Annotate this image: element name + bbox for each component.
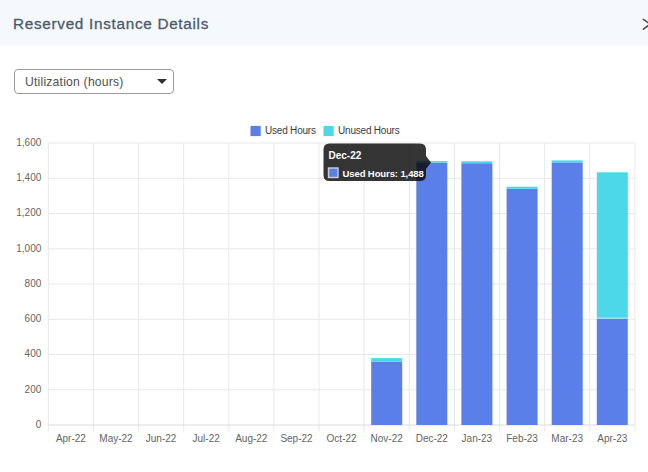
svg-text:May-22: May-22 [99,433,133,444]
svg-text:Jan-23: Jan-23 [462,433,493,444]
svg-text:Used Hours: 1,488: Used Hours: 1,488 [343,168,424,179]
svg-text:1,000: 1,000 [16,243,41,254]
svg-text:400: 400 [25,348,42,359]
svg-text:600: 600 [25,313,42,324]
svg-text:1,400: 1,400 [16,172,41,183]
svg-text:Dec-22: Dec-22 [416,433,449,444]
svg-text:Jun-22: Jun-22 [146,433,177,444]
svg-text:Apr-23: Apr-23 [597,433,627,444]
svg-text:Oct-22: Oct-22 [327,433,357,444]
svg-text:0: 0 [36,419,42,430]
svg-text:Sep-22: Sep-22 [280,433,313,444]
svg-text:1,200: 1,200 [16,207,41,218]
svg-text:Unused Hours: Unused Hours [338,125,400,136]
svg-text:Nov-22: Nov-22 [371,433,404,444]
svg-text:Mar-23: Mar-23 [551,433,583,444]
svg-text:Jul-22: Jul-22 [193,433,221,444]
svg-text:200: 200 [25,384,42,395]
svg-text:1,600: 1,600 [16,137,41,148]
svg-text:Aug-22: Aug-22 [235,433,268,444]
svg-text:800: 800 [25,278,42,289]
svg-text:Feb-23: Feb-23 [506,433,538,444]
svg-text:Used Hours: Used Hours [265,125,316,136]
svg-text:Apr-22: Apr-22 [56,433,86,444]
svg-text:Dec-22: Dec-22 [329,150,362,161]
